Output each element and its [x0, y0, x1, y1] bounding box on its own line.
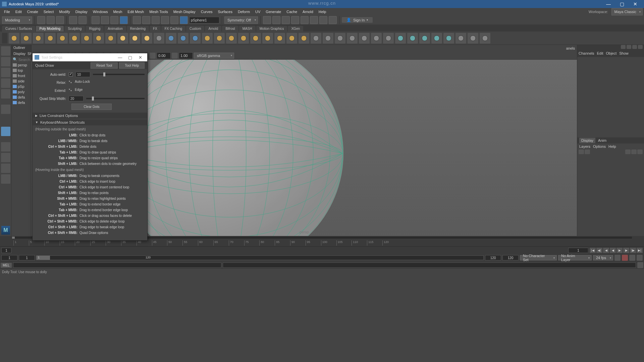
tool-help-button[interactable]: Tool Help [119, 62, 145, 69]
range-slider-handle[interactable]: 1 120 [37, 256, 50, 260]
shelf-icon-26[interactable] [323, 33, 333, 44]
shelf-tab-poly-modeling[interactable]: Poly Modeling [36, 26, 64, 32]
outliner-item[interactable]: front [11, 73, 31, 78]
shelf-icon-2[interactable] [33, 33, 44, 44]
shelf-icon-12[interactable] [154, 33, 164, 44]
auto-weld-checkbox[interactable] [69, 72, 73, 76]
step-forward-key-button[interactable]: |▶ [630, 248, 636, 253]
maximize-button[interactable]: ▢ [615, 1, 629, 7]
panel-toggle-3[interactable] [632, 45, 637, 49]
vp-gamma-icon[interactable] [172, 53, 178, 59]
play-back-button[interactable]: ◀ [610, 248, 616, 253]
shelf-icon-1[interactable] [21, 33, 32, 44]
render-button[interactable] [272, 16, 280, 24]
shelf-tab-xgen[interactable]: XGen [288, 26, 303, 32]
menu-select[interactable]: Select [41, 9, 57, 15]
menu-help[interactable]: Help [608, 144, 616, 148]
shelf-icon-6[interactable] [81, 33, 92, 44]
save-scene-button[interactable] [56, 16, 64, 24]
shelf-icon-30[interactable] [371, 33, 382, 44]
shelf-tab-bifrost[interactable]: Bifrost [222, 26, 238, 32]
tab-channels[interactable]: Channels [579, 51, 594, 55]
shelf-icon-24[interactable] [299, 33, 309, 44]
layout-single-button[interactable] [1, 142, 10, 152]
range-slider-track[interactable]: 1 120 [36, 255, 484, 260]
timeline-prefs-button[interactable] [637, 255, 643, 261]
fps-dropdown[interactable]: 24 fps [593, 255, 613, 260]
shelf-icon-39[interactable] [480, 33, 490, 44]
reset-tool-button[interactable]: Reset Tool [91, 62, 118, 69]
render-settings-button[interactable] [291, 16, 299, 24]
undo-button[interactable] [69, 16, 77, 24]
extend-dropdown[interactable]: Edge [73, 88, 114, 93]
shelf-icon-28[interactable] [347, 33, 358, 44]
lasso-tool[interactable] [1, 57, 10, 66]
object-name-field[interactable] [189, 17, 219, 23]
menu-arnold[interactable]: Arnold [300, 9, 316, 15]
menu-mesh-display[interactable]: Mesh Display [171, 9, 198, 15]
shelf-tab-arnold[interactable]: Arnold [205, 26, 221, 32]
snap-live-button[interactable] [170, 16, 178, 24]
menu-cache[interactable]: Cache [284, 9, 300, 15]
menu-edit[interactable]: Edit [13, 9, 24, 15]
shelf-icon-31[interactable] [383, 33, 394, 44]
strip-width-slider[interactable] [86, 98, 145, 99]
shelf-icon-35[interactable] [431, 33, 442, 44]
frame-display-field[interactable] [568, 248, 588, 253]
section-shortcuts[interactable]: ▼ Keyboard/Mouse Shortcuts [33, 119, 147, 125]
command-input[interactable] [13, 262, 221, 268]
tab-display[interactable]: Display [579, 138, 595, 143]
shelf-icon-13[interactable] [166, 33, 176, 44]
vp-exposure-field[interactable] [157, 52, 171, 59]
open-scene-button[interactable] [47, 16, 55, 24]
shelf-icon-3[interactable] [45, 33, 56, 44]
shelf-icon-0[interactable] [9, 33, 19, 44]
vp-colorspace-dropdown[interactable]: sRGB gamma [194, 53, 234, 59]
clear-dots-button[interactable]: Clear Dots [71, 104, 112, 110]
outliner-item[interactable]: poly [11, 89, 31, 95]
shelf-tab-fx[interactable]: FX [150, 26, 161, 32]
symmetry-dropdown[interactable]: Symmetry: Off [224, 16, 258, 24]
anim-prefs-button[interactable] [629, 255, 635, 261]
tab-show[interactable]: Show [619, 51, 629, 55]
vp-gamma-field[interactable] [179, 52, 193, 59]
step-forward-button[interactable]: ▶ [623, 248, 629, 253]
command-language-label[interactable]: MEL [1, 263, 12, 268]
menu-curves[interactable]: Curves [198, 9, 215, 15]
shelf-tab-mash[interactable]: MASH [239, 26, 256, 32]
menu-display[interactable]: Display [73, 9, 90, 15]
playblast-button[interactable] [329, 16, 337, 24]
outliner-item[interactable]: side [11, 78, 31, 84]
auto-weld-slider[interactable] [93, 74, 145, 75]
module-selector[interactable]: Modeling [2, 16, 32, 24]
shelf-icon-23[interactable] [286, 33, 297, 44]
layer-btn-2[interactable] [585, 149, 590, 154]
set-key-button[interactable] [622, 255, 628, 261]
shelf-icon-32[interactable] [395, 33, 406, 44]
menu-deform[interactable]: Deform [235, 9, 253, 15]
menu-modify[interactable]: Modify [56, 9, 72, 15]
shelf-tab-custom[interactable]: Custom [186, 26, 204, 32]
shelf-tab-motion-graphics[interactable]: Motion Graphics [256, 26, 287, 32]
shelf-icon-34[interactable] [419, 33, 430, 44]
paint-select-button[interactable] [110, 16, 118, 24]
frame-current-field[interactable] [1, 248, 11, 253]
strip-width-field[interactable] [69, 96, 84, 101]
range-start-outer[interactable] [1, 255, 17, 260]
shelf-icon-25[interactable] [311, 33, 321, 44]
shelf-icon-21[interactable] [262, 33, 273, 44]
menu-generate[interactable]: Generate [263, 9, 284, 15]
snap-curve-button[interactable] [142, 16, 150, 24]
step-back-button[interactable]: ◀ [603, 248, 609, 253]
move-tool[interactable] [1, 68, 10, 77]
goto-end-button[interactable]: ▶| [637, 248, 643, 253]
layout-four-button[interactable] [1, 153, 10, 162]
play-forward-button[interactable]: ▶ [616, 248, 623, 253]
shelf-icon-16[interactable] [202, 33, 213, 44]
make-live-button[interactable] [180, 16, 188, 24]
ts-maximize[interactable]: ▢ [125, 55, 135, 60]
snap-plane-button[interactable] [161, 16, 169, 24]
snap-grid-button[interactable] [133, 16, 141, 24]
shelf-icon-37[interactable] [455, 33, 466, 44]
tab-edit[interactable]: Edit [597, 51, 603, 55]
